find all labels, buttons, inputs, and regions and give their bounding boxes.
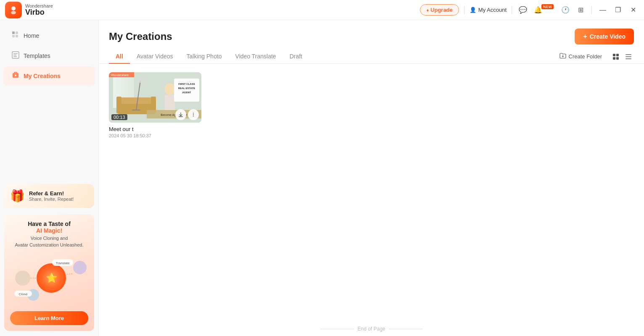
video-info: Meet our t 2024 05 30 18:50:37 xyxy=(109,123,201,138)
titlebar-left: Wondershare Virbo xyxy=(5,2,53,18)
tab-talking-photo[interactable]: Talking Photo xyxy=(180,50,229,64)
svg-text:REAL ESTATE: REAL ESTATE xyxy=(178,87,195,89)
history-icon-button[interactable]: 🕐 xyxy=(560,4,571,16)
video-name: Meet our t xyxy=(109,126,201,132)
my-account-button[interactable]: 👤 My Account xyxy=(470,7,507,13)
home-icon xyxy=(12,31,19,40)
logo-company: Wondershare xyxy=(25,3,53,8)
refer-earn-banner[interactable]: 🎁 Refer & Earn! Share, Invite, Repeat! xyxy=(4,184,94,208)
create-video-button[interactable]: Create Video xyxy=(575,29,634,45)
download-button[interactable] xyxy=(175,109,186,120)
sidebar: Home Templates xyxy=(0,20,99,336)
view-toggle xyxy=(610,51,634,62)
end-line-left xyxy=(320,329,354,329)
svg-text:⭐: ⭐ xyxy=(46,272,58,284)
svg-rect-28 xyxy=(616,57,619,60)
separator-3 xyxy=(591,6,592,14)
svg-rect-25 xyxy=(613,54,615,56)
svg-rect-7 xyxy=(13,53,18,54)
svg-text:Clone: Clone xyxy=(19,292,28,296)
list-view-button[interactable] xyxy=(623,51,634,62)
sidebar-nav: Home Templates xyxy=(0,20,98,181)
refer-text: Refer & Earn! Share, Invite, Repeat! xyxy=(29,190,74,202)
end-line-right xyxy=(389,329,422,329)
tabs-row: All Avatar Videos Talking Photo Video Tr… xyxy=(99,45,644,64)
logo-appname: Virbo xyxy=(25,8,53,17)
svg-rect-8 xyxy=(13,55,16,56)
svg-rect-53 xyxy=(179,116,183,117)
video-card[interactable]: FIRST CLASS REAL ESTATE AGENT Become Age… xyxy=(109,72,201,138)
create-folder-button[interactable]: Create Folder xyxy=(556,51,605,62)
video-duration: 00:13 xyxy=(111,114,127,120)
ai-banner-highlight: AI Magic! xyxy=(36,227,62,234)
ai-banner-subtitle2: Avatar Customization Unleashed. xyxy=(10,242,88,247)
more-options-button[interactable] xyxy=(188,109,199,120)
new-badge: NEW xyxy=(541,4,554,9)
folder-icon xyxy=(560,52,566,60)
end-of-page-label: End of Page xyxy=(357,326,385,332)
end-of-page: End of Page xyxy=(99,322,644,336)
svg-rect-29 xyxy=(626,54,631,55)
svg-point-0 xyxy=(11,6,16,10)
app-logo-icon xyxy=(5,2,22,18)
svg-point-56 xyxy=(193,116,194,117)
tabs-actions: Create Folder xyxy=(556,51,634,62)
titlebar: Wondershare Virbo Upgrade 👤 My Account 💬… xyxy=(0,0,644,20)
svg-text:FIRST CLASS: FIRST CLASS xyxy=(178,83,195,85)
svg-rect-5 xyxy=(16,35,18,37)
learn-more-button[interactable]: Learn More xyxy=(10,311,88,325)
logo-text: Wondershare Virbo xyxy=(25,3,53,17)
svg-text:AGENT: AGENT xyxy=(182,91,191,94)
sidebar-templates-label: Templates xyxy=(24,52,50,59)
video-thumbnail: FIRST CLASS REAL ESTATE AGENT Become Age… xyxy=(109,72,201,123)
ai-banner-subtitle1: Voice Cloning and xyxy=(10,236,88,241)
tab-video-translate[interactable]: Video Translate xyxy=(229,50,283,64)
sidebar-my-creations-label: My Creations xyxy=(24,73,61,79)
svg-rect-31 xyxy=(626,58,631,59)
sidebar-item-templates[interactable]: Templates xyxy=(3,46,95,66)
svg-rect-26 xyxy=(616,54,619,56)
grid-icon-button[interactable]: ⊞ xyxy=(575,4,586,16)
svg-text:Wondershare: Wondershare xyxy=(111,74,129,76)
sidebar-home-label: Home xyxy=(24,32,39,39)
separator-1 xyxy=(464,6,465,14)
svg-rect-36 xyxy=(117,97,155,104)
svg-point-54 xyxy=(193,113,194,114)
tabs: All Avatar Videos Talking Photo Video Tr… xyxy=(109,50,309,63)
svg-point-11 xyxy=(15,75,16,76)
upgrade-button[interactable]: Upgrade xyxy=(420,4,459,16)
svg-text:Translate: Translate xyxy=(55,261,70,265)
create-folder-label: Create Folder xyxy=(569,53,602,60)
svg-rect-45 xyxy=(174,79,199,102)
refer-icon: 🎁 xyxy=(10,189,25,203)
ai-banner-visual: ⭐ 👤 👤 👤 Trans xyxy=(10,251,88,305)
ai-banner-title: Have a Taste of AI Magic! xyxy=(10,220,88,234)
chat-icon-button[interactable]: 💬 xyxy=(517,4,529,16)
video-date: 2024 05 30 18:50:37 xyxy=(109,133,201,138)
svg-point-17 xyxy=(73,261,87,274)
refer-subtitle: Share, Invite, Repeat! xyxy=(29,197,74,202)
svg-rect-30 xyxy=(626,56,631,57)
svg-point-1 xyxy=(11,11,16,14)
my-creations-icon xyxy=(12,71,19,81)
restore-button[interactable]: ❐ xyxy=(612,4,624,16)
tab-all[interactable]: All xyxy=(109,50,130,64)
svg-point-43 xyxy=(165,83,175,95)
video-grid: FIRST CLASS REAL ESTATE AGENT Become Age… xyxy=(99,64,644,322)
my-account-label: My Account xyxy=(478,7,507,13)
tab-avatar-videos[interactable]: Avatar Videos xyxy=(130,50,180,64)
person-icon: 👤 xyxy=(470,7,476,13)
minimize-button[interactable]: — xyxy=(597,4,609,16)
svg-rect-3 xyxy=(16,32,18,34)
video-card-actions xyxy=(175,109,199,120)
notification-container: 🔔 NEW xyxy=(532,4,556,16)
svg-rect-27 xyxy=(613,57,615,60)
close-button[interactable]: ✕ xyxy=(627,4,639,16)
grid-view-button[interactable] xyxy=(610,51,621,62)
sidebar-item-home[interactable]: Home xyxy=(3,26,95,45)
ai-magic-banner[interactable]: Have a Taste of AI Magic! Voice Cloning … xyxy=(4,215,94,331)
content-header: My Creations Create Video xyxy=(99,20,644,45)
svg-rect-2 xyxy=(12,32,15,34)
sidebar-item-my-creations[interactable]: My Creations xyxy=(3,66,95,86)
tab-draft[interactable]: Draft xyxy=(283,50,309,64)
